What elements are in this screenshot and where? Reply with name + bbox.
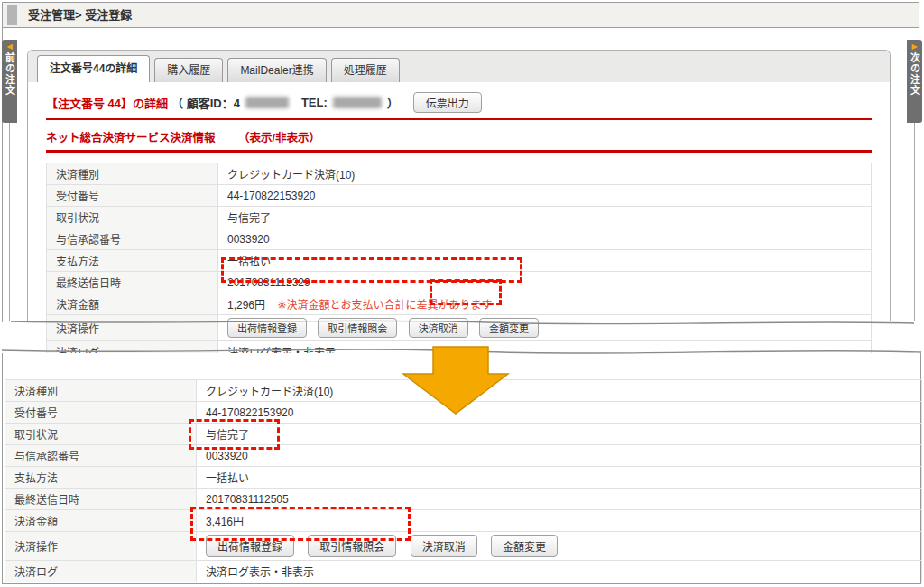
- transaction-inquiry-button[interactable]: 取引情報照会: [318, 318, 397, 338]
- prev-order-label: 前の注文: [3, 52, 17, 96]
- tel-label: TEL:: [301, 96, 328, 109]
- customer-id-masked: [245, 97, 289, 108]
- table-row: 最終送信日時20170831112505: [5, 489, 922, 510]
- payment-cancel-button[interactable]: 決済取消: [411, 535, 477, 557]
- row-label: 決済金額: [5, 510, 197, 532]
- row-label: 最終送信日時: [47, 272, 218, 294]
- row-label: 取引状況: [47, 207, 218, 228]
- table-row: 決済金額3,416円: [5, 510, 922, 532]
- row-label: 受付番号: [5, 402, 197, 424]
- table-row: 支払方法一括払い: [47, 250, 872, 272]
- payment-actions-after: 出荷情報登録 取引情報照会 決済取消 金額変更: [197, 532, 922, 561]
- page-title: 受注管理> 受注登録: [28, 3, 919, 28]
- left-border-line: [9, 123, 10, 321]
- table-row: 決済種別クレジットカード決済(10): [5, 380, 922, 402]
- row-label: 支払方法: [47, 250, 218, 272]
- row-label: 決済種別: [47, 163, 218, 185]
- tel-masked: [333, 97, 382, 108]
- row-value: クレジットカード決済(10): [218, 163, 872, 185]
- payment-cancel-button[interactable]: 決済取消: [409, 318, 468, 338]
- page: 受注管理> 受注登録 ◀ 前の注文 ▶ 次の注文 注文番号44の詳細 購入履歴 …: [0, 0, 924, 587]
- title-bar: 受注管理> 受注登録: [3, 3, 919, 28]
- row-label: 決済操作: [5, 532, 197, 561]
- row-value: 0033920: [218, 228, 872, 250]
- table-row: 決済種別クレジットカード決済(10): [47, 163, 872, 185]
- right-border-line: [914, 123, 915, 321]
- payment-actions-before: 出荷情報登録 取引情報照会 決済取消 金額変更: [218, 315, 872, 341]
- row-value: 一括払い: [197, 467, 922, 489]
- table-row: 決済ログ決済ログ表示・非表示: [5, 561, 922, 582]
- row-label: 支払方法: [5, 467, 197, 489]
- prev-order-tab[interactable]: ◀ 前の注文: [2, 40, 17, 123]
- table-row: 決済金額 1,296円 ※決済金額とお支払い合計に差異があります: [47, 294, 872, 315]
- red-divider-thin: [46, 118, 872, 120]
- table-row: 受付番号44-170822153920: [5, 402, 922, 424]
- row-label: 決済ログ: [5, 561, 197, 582]
- title-bar-block: [7, 5, 17, 25]
- row-value: 一括払い: [218, 250, 872, 272]
- row-label: 決済金額: [47, 294, 218, 315]
- next-order-tab[interactable]: ▶ 次の注文: [907, 40, 922, 123]
- transaction-inquiry-button[interactable]: 取引情報照会: [308, 535, 396, 557]
- paren-close: ）: [387, 94, 399, 111]
- table-row: 与信承認番号0033920: [47, 228, 872, 250]
- amount-value-after: 3,416円: [197, 510, 922, 532]
- row-label: 最終送信日時: [5, 489, 197, 510]
- payment-table-after: 決済種別クレジットカード決済(10) 受付番号44-170822153920 取…: [5, 379, 922, 582]
- payment-log-toggle[interactable]: 決済ログ表示・非表示: [197, 561, 922, 582]
- shipping-info-button[interactable]: 出荷情報登録: [227, 318, 307, 338]
- tab-purchase-history[interactable]: 購入履歴: [154, 58, 223, 82]
- row-value: 44-170822153920: [197, 402, 922, 424]
- red-divider-thick: [46, 150, 872, 153]
- prev-order-arrow-icon: ◀: [6, 42, 12, 51]
- row-label: 与信承認番号: [5, 445, 197, 467]
- next-order-label: 次の注文: [908, 52, 922, 96]
- row-label: 受付番号: [47, 185, 218, 207]
- next-order-arrow-icon: ▶: [911, 42, 917, 51]
- order-number-title: 【注文番号 44】の詳細: [46, 94, 168, 111]
- row-value: 44-170822153920: [218, 185, 872, 207]
- table-row: 取引状況与信完了: [5, 424, 922, 445]
- shipping-info-button[interactable]: 出荷情報登録: [206, 535, 294, 557]
- row-value: 20170831112329: [218, 272, 872, 294]
- amount-value-before: 1,296円: [227, 299, 265, 312]
- table-row: 受付番号44-170822153920: [47, 185, 872, 207]
- order-header: 【注文番号 44】の詳細 （ 顧客ID：4 TEL: ） 伝票出力: [46, 92, 872, 113]
- tab-strip: 注文番号44の詳細 購入履歴 MailDealer連携 処理履歴: [28, 51, 890, 82]
- payment-section-title: ネット総合決済サービス決済情報: [46, 132, 216, 144]
- tab-process-history[interactable]: 処理履歴: [331, 58, 400, 82]
- bottom-window: 決済種別クレジットカード決済(10) 受付番号44-170822153920 取…: [2, 353, 921, 584]
- row-value: 与信完了: [218, 207, 872, 228]
- amount-change-button[interactable]: 金額変更: [479, 318, 539, 338]
- table-row: 与信承認番号0033920: [5, 445, 922, 467]
- order-detail-panel: 注文番号44の詳細 購入履歴 MailDealer連携 処理履歴 【注文番号 4…: [27, 50, 891, 321]
- row-value: クレジットカード決済(10): [197, 380, 922, 402]
- table-row: 決済操作 出荷情報登録 取引情報照会 決済取消 金額変更: [5, 532, 922, 561]
- show-hide-toggle[interactable]: （表示/非表示）: [238, 132, 320, 144]
- payment-table-before: 決済種別クレジットカード決済(10) 受付番号44-170822153920 取…: [46, 163, 872, 363]
- tab-order-detail[interactable]: 注文番号44の詳細: [37, 55, 150, 82]
- amount-change-button[interactable]: 金額変更: [491, 535, 558, 557]
- row-label: 決済操作: [47, 315, 218, 341]
- table-row: 支払方法一括払い: [5, 467, 922, 489]
- row-label: 与信承認番号: [47, 228, 218, 250]
- row-label: 決済種別: [5, 380, 197, 402]
- payment-section-header: ネット総合決済サービス決済情報 （表示/非表示）: [46, 128, 872, 145]
- row-value: 0033920: [197, 445, 922, 467]
- table-row: 取引状況与信完了: [47, 207, 872, 228]
- row-label: 取引状況: [5, 424, 197, 445]
- transaction-status-after: 与信完了: [197, 424, 922, 445]
- amount-diff-note: ※決済金額とお支払い合計に差異があります: [277, 299, 492, 312]
- tab-maildealer[interactable]: MailDealer連携: [227, 58, 326, 82]
- table-row: 決済操作 出荷情報登録 取引情報照会 決済取消 金額変更: [47, 315, 872, 341]
- customer-id-label: （ 顧客ID：4: [171, 94, 240, 111]
- amount-cell-before: 1,296円 ※決済金額とお支払い合計に差異があります: [218, 294, 872, 315]
- table-row: 最終送信日時20170831112329: [47, 272, 872, 294]
- slip-output-button[interactable]: 伝票出力: [413, 92, 482, 113]
- row-value: 20170831112505: [197, 489, 922, 510]
